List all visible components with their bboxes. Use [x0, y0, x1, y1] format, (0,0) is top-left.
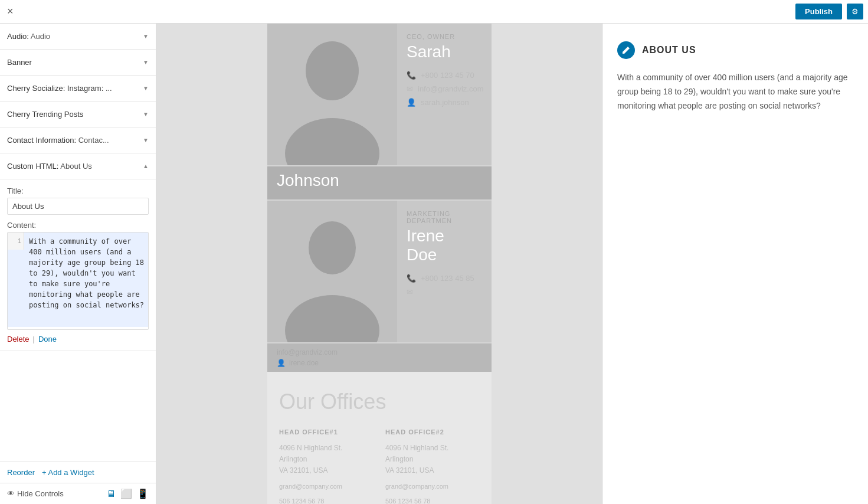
- widget-label-custom-html: Custom HTML: About Us: [7, 162, 143, 171]
- contact-phone-1: 📞 +800 123 45 70: [407, 71, 483, 80]
- settings-button[interactable]: ⚙: [847, 4, 863, 19]
- chevron-down-icon: ▼: [143, 33, 149, 40]
- office2-heading: HEAD OFFICE#2: [385, 428, 480, 436]
- mobile-icon[interactable]: 📱: [137, 488, 149, 499]
- close-button[interactable]: ×: [5, 3, 16, 20]
- office2-email: grand@company.com: [385, 482, 480, 492]
- content-label: Content:: [7, 221, 149, 230]
- about-icon: [617, 41, 635, 59]
- chevron-down-icon: ▼: [143, 59, 149, 66]
- content-textarea[interactable]: With a community of over 400 million use…: [8, 233, 148, 327]
- office1-heading: HEAD OFFICE#1: [279, 428, 374, 436]
- office2-address: 4096 N Highland St.ArlingtonVA 32101, US…: [385, 443, 480, 477]
- social-icon-2: 👤: [277, 359, 286, 367]
- person-card-2: MARKETING DEPARTMEN IreneDoe 📞 +800 123 …: [267, 201, 492, 342]
- title-input[interactable]: [7, 198, 149, 215]
- title-label: Title:: [7, 186, 149, 195]
- office-block-1: HEAD OFFICE#1 4096 N Highland St.Arlingt…: [279, 428, 374, 504]
- widget-label-banner: Banner: [7, 58, 143, 67]
- email-icon-2: ✉: [407, 287, 413, 296]
- person-info-2: MARKETING DEPARTMEN IreneDoe 📞 +800 123 …: [397, 201, 492, 342]
- widget-item-custom-html: Custom HTML: About Us ▲ Title: Content: …: [0, 153, 156, 351]
- person-photo-2: [267, 201, 397, 342]
- phone-icon-2: 📞: [407, 274, 416, 283]
- person-name-1: Sarah: [407, 42, 483, 61]
- desktop-icon[interactable]: 🖥: [106, 488, 116, 499]
- person-role-2: MARKETING DEPARTMEN: [407, 210, 482, 224]
- widget-label-contact-info: Contact Information: Contac...: [7, 136, 143, 145]
- offices-section: Our Offices HEAD OFFICE#1 4096 N Highlan…: [267, 372, 492, 504]
- person-photo-1: [267, 24, 397, 165]
- svg-point-4: [309, 221, 356, 274]
- widget-expanded-header[interactable]: Custom HTML: About Us ▲: [0, 153, 156, 179]
- hide-controls-button[interactable]: 👁 Hide Controls: [7, 489, 64, 498]
- done-link[interactable]: Done: [38, 335, 57, 343]
- offices-title: Our Offices: [279, 390, 480, 414]
- preview-area: CEO, OWNER Sarah 📞 +800 123 45 70 ✉ info…: [156, 24, 602, 504]
- person-info-1: CEO, OWNER Sarah 📞 +800 123 45 70 ✉ info…: [397, 24, 492, 165]
- widget-item-banner[interactable]: Banner ▼: [0, 50, 156, 76]
- phone-icon: 📞: [407, 71, 416, 80]
- top-bar: × Publish ⚙: [0, 0, 868, 24]
- social-icon: 👤: [407, 98, 416, 107]
- widget-label-audio: Audio: Audio: [7, 32, 143, 41]
- widget-actions: Delete | Done: [0, 330, 156, 351]
- widget-body: Title: Content: 1 With a community of ov…: [0, 179, 156, 330]
- widget-item-cherry-trending[interactable]: Cherry Trending Posts ▼: [0, 102, 156, 127]
- svg-point-1: [306, 41, 359, 100]
- widget-item-cherry-socialize[interactable]: Cherry Socialize: Instagram: ... ▼: [0, 76, 156, 102]
- add-widget-button[interactable]: + Add a Widget: [42, 468, 94, 477]
- preview-frame: CEO, OWNER Sarah 📞 +800 123 45 70 ✉ info…: [267, 24, 492, 504]
- person-surname-1: Johnson: [277, 171, 482, 190]
- contact-phone-2: 📞 +800 123 45 85: [407, 274, 482, 283]
- device-icons: 🖥 ⬜ 📱: [106, 488, 149, 499]
- contact-email-2: ✉: [407, 287, 482, 296]
- separator: |: [33, 335, 35, 343]
- office2-phone: 506 1234 56 78: [385, 496, 480, 504]
- office-block-2: HEAD OFFICE#2 4096 N Highland St.Arlingt…: [385, 428, 480, 504]
- office1-phone: 506 1234 56 78: [279, 496, 374, 504]
- chevron-down-icon: ▼: [143, 111, 149, 117]
- contact-email-1: ✉ info@grandviz.com: [407, 84, 483, 93]
- widget-item-audio[interactable]: Audio: Audio ▼: [0, 24, 156, 50]
- preview-content: CEO, OWNER Sarah 📞 +800 123 45 70 ✉ info…: [267, 24, 492, 504]
- chevron-up-icon: ▲: [143, 163, 149, 169]
- widget-item-contact-info[interactable]: Contact Information: Contac... ▼: [0, 127, 156, 153]
- hide-controls-label: Hide Controls: [17, 489, 64, 498]
- reorder-button[interactable]: Reorder: [7, 468, 35, 477]
- about-body: With a community of over 400 million use…: [617, 71, 854, 113]
- left-panel: Audio: Audio ▼ Banner ▼ Cherry Socialize…: [0, 24, 156, 504]
- person-name-2: IreneDoe: [407, 227, 482, 264]
- widget-label-cherry-trending: Cherry Trending Posts: [7, 110, 143, 119]
- eye-icon: 👁: [7, 489, 15, 498]
- office1-email: grand@company.com: [279, 482, 374, 492]
- delete-link[interactable]: Delete: [7, 335, 30, 343]
- panel-scroll: Audio: Audio ▼ Banner ▼ Cherry Socialize…: [0, 24, 156, 462]
- main-layout: Audio: Audio ▼ Banner ▼ Cherry Socialize…: [0, 24, 868, 504]
- line-number: 1: [8, 233, 24, 250]
- contact-social-1: 👤 sarah.johnson: [407, 98, 483, 107]
- content-textarea-wrap: 1 With a community of over 400 million u…: [7, 232, 149, 330]
- widget-label-cherry-socialize: Cherry Socialize: Instagram: ...: [7, 84, 143, 93]
- offices-grid: HEAD OFFICE#1 4096 N Highland St.Arlingt…: [279, 428, 480, 504]
- person-card-1: CEO, OWNER Sarah 📞 +800 123 45 70 ✉ info…: [267, 24, 492, 165]
- tablet-icon[interactable]: ⬜: [120, 488, 132, 499]
- person-role-1: CEO, OWNER: [407, 33, 483, 40]
- hide-controls-bar: 👁 Hide Controls 🖥 ⬜ 📱: [0, 483, 156, 504]
- right-panel: ABOUT US With a community of over 400 mi…: [602, 24, 868, 504]
- about-header: ABOUT US: [617, 41, 854, 59]
- office1-address: 4096 N Highland St.ArlingtonVA 32101, US…: [279, 443, 374, 477]
- chevron-down-icon: ▼: [143, 85, 149, 91]
- chevron-down-icon: ▼: [143, 137, 149, 143]
- about-title: ABOUT US: [642, 45, 696, 55]
- publish-button[interactable]: Publish: [795, 4, 842, 19]
- person2-contact-bottom: info@grandviz.com 👤 irene.doe: [267, 343, 492, 372]
- panel-bottom: Reorder + Add a Widget: [0, 462, 156, 483]
- email-icon: ✉: [407, 84, 413, 93]
